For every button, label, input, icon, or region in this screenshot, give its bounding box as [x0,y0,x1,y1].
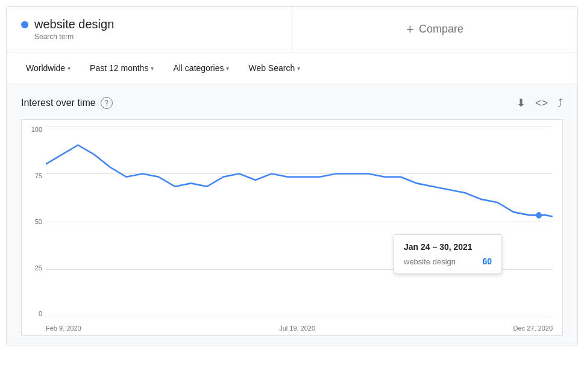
chart-header: Interest over time ? ⬇ <> ⤴ [21,96,563,110]
search-type-label: Web Search [248,63,295,73]
tooltip-date: Jan 24 – 30, 2021 [404,242,492,252]
search-type-chevron: ▾ [297,65,300,72]
tooltip-term: website design [404,257,456,266]
categories-chevron: ▾ [226,65,229,72]
main-container: website design Search term + Compare Wor… [6,6,578,346]
search-type-filter[interactable]: Web Search ▾ [241,58,307,78]
chart-line [46,145,553,217]
chart-dot [536,212,542,219]
x-axis: Feb 9, 2020 Jul 19, 2020 Dec 27, 2020 [46,325,553,332]
chart-title: Interest over time [21,98,96,108]
categories-label: All categories [173,63,224,73]
chart-svg [46,126,553,317]
search-term-section: website design Search term [7,7,292,52]
compare-button[interactable]: + Compare [406,22,463,37]
time-period-label: Past 12 months [90,63,148,73]
tooltip-value: 60 [482,257,492,266]
y-label-100: 100 [22,126,46,133]
header: website design Search term + Compare [7,7,577,52]
worldwide-label: Worldwide [26,63,65,73]
compare-label: Compare [419,23,463,36]
x-label-feb: Feb 9, 2020 [46,325,81,332]
embed-icon[interactable]: <> [535,97,548,110]
y-label-0: 0 [22,310,46,317]
worldwide-chevron: ▾ [68,65,71,72]
chart-actions: ⬇ <> ⤴ [516,96,563,110]
chart-area: 0 25 50 75 100 [21,119,563,336]
download-icon[interactable]: ⬇ [516,96,526,110]
term-color-dot [21,21,28,28]
help-icon[interactable]: ? [101,97,113,109]
chart-inner: 0 25 50 75 100 [22,120,562,335]
search-term-label: Search term [21,33,277,41]
search-term-name: website design [34,17,114,31]
chart-container: Interest over time ? ⬇ <> ⤴ 0 25 50 75 1… [7,84,577,346]
y-label-25: 25 [22,264,46,272]
x-label-dec: Dec 27, 2020 [513,325,553,332]
chart-title-row: Interest over time ? [21,97,113,109]
y-axis: 0 25 50 75 100 [22,120,46,335]
tooltip-row: website design 60 [404,257,492,266]
time-period-chevron: ▾ [151,65,154,72]
search-term-row: website design [21,17,277,31]
plus-icon: + [406,22,414,37]
categories-filter[interactable]: All categories ▾ [166,58,236,78]
tooltip: Jan 24 – 30, 2021 website design 60 [394,234,502,274]
time-period-filter[interactable]: Past 12 months ▾ [83,58,161,78]
share-icon[interactable]: ⤴ [557,97,563,110]
filter-bar: Worldwide ▾ Past 12 months ▾ All categor… [7,52,577,84]
y-label-50: 50 [22,218,46,225]
compare-section[interactable]: + Compare [292,7,577,52]
x-label-jul: Jul 19, 2020 [279,325,315,332]
worldwide-filter[interactable]: Worldwide ▾ [19,58,78,78]
y-label-75: 75 [22,172,46,179]
